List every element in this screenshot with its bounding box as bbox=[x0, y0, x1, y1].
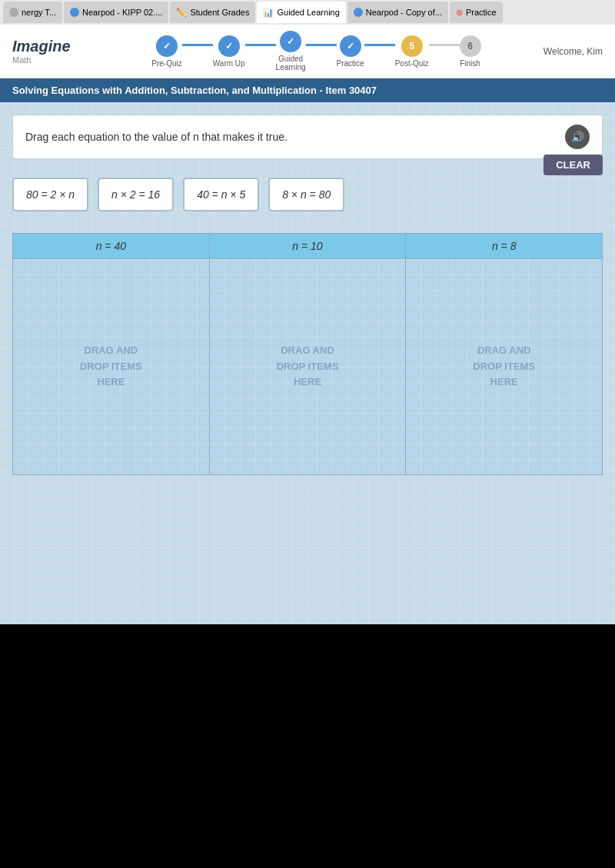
step-label-pre-quiz: Pre-Quiz bbox=[151, 59, 181, 68]
grades-icon: ✏️ bbox=[176, 8, 187, 18]
equation-card-4[interactable]: 8 × n = 80 bbox=[268, 178, 344, 211]
connector-2 bbox=[245, 44, 276, 46]
equation-card-2[interactable]: n × 2 = 16 bbox=[98, 178, 174, 211]
tab-icon-nergy bbox=[9, 8, 18, 17]
step-practice: ✓ Practice bbox=[337, 35, 364, 68]
drop-zone-body-1[interactable]: DRAG ANDDROP ITEMSHERE bbox=[13, 259, 209, 474]
logo-area: Imagine Math bbox=[12, 38, 89, 65]
instruction-box: Drag each equation to the value of n tha… bbox=[12, 115, 603, 159]
guided-learning-icon: 📊 bbox=[263, 8, 274, 18]
step-circle-pre-quiz: ✓ bbox=[156, 35, 178, 57]
app-title: Imagine bbox=[12, 38, 89, 55]
drop-zone-header-3: n = 8 bbox=[406, 234, 602, 259]
app-subtitle: Math bbox=[12, 55, 89, 65]
tab-student-grades[interactable]: ✏️ Student Grades bbox=[170, 2, 255, 23]
step-label-warm-up: Warm Up bbox=[213, 59, 245, 68]
step-label-post-quiz: Post-Quiz bbox=[395, 59, 429, 68]
drop-zone-header-1: n = 40 bbox=[13, 234, 209, 259]
drop-zone-2[interactable]: n = 10 DRAG ANDDROP ITEMSHERE bbox=[210, 233, 406, 475]
tab-icon-nearpod-kipp bbox=[70, 8, 79, 17]
drag-placeholder-3: DRAG ANDDROP ITEMSHERE bbox=[473, 343, 535, 391]
main-content: Drag each equation to the value of n tha… bbox=[0, 102, 615, 624]
step-circle-post-quiz: 5 bbox=[401, 35, 423, 57]
progress-steps: ✓ Pre-Quiz ✓ Warm Up ✓ GuidedLearning ✓ … bbox=[89, 31, 544, 72]
connector-1 bbox=[182, 44, 213, 46]
drag-placeholder-2: DRAG ANDDROP ITEMSHERE bbox=[277, 343, 339, 391]
drop-zone-body-2[interactable]: DRAG ANDDROP ITEMSHERE bbox=[210, 259, 406, 474]
step-circle-finish: 6 bbox=[460, 35, 481, 57]
welcome-message: Welcome, Kim bbox=[544, 46, 603, 57]
drop-zone-body-3[interactable]: DRAG ANDDROP ITEMSHERE bbox=[406, 259, 602, 474]
drop-zone-header-2: n = 10 bbox=[210, 234, 406, 259]
step-circle-warm-up: ✓ bbox=[218, 35, 240, 57]
drop-zones-container: n = 40 DRAG ANDDROP ITEMSHERE n = 10 DRA… bbox=[12, 233, 603, 475]
connector-3 bbox=[306, 44, 337, 46]
drop-zone-1[interactable]: n = 40 DRAG ANDDROP ITEMSHERE bbox=[12, 233, 210, 475]
tab-nergy[interactable]: nergy T... bbox=[3, 2, 62, 23]
black-bottom-area bbox=[0, 624, 615, 868]
connector-5 bbox=[429, 44, 460, 46]
draggable-items-area: 80 = 2 × n n × 2 = 16 40 = n × 5 8 × n =… bbox=[12, 168, 603, 221]
step-label-practice: Practice bbox=[337, 59, 364, 68]
tab-icon-nearpod-copy bbox=[354, 8, 363, 17]
drag-placeholder-1: DRAG ANDDROP ITEMSHERE bbox=[80, 343, 142, 391]
step-label-guided: GuidedLearning bbox=[276, 55, 306, 72]
step-finish: 6 Finish bbox=[460, 35, 481, 68]
step-guided-learning: ✓ GuidedLearning bbox=[276, 31, 306, 72]
tab-nearpod-kipp[interactable]: Nearpod - KIPP 02.... bbox=[64, 2, 168, 23]
audio-button[interactable]: 🔊 bbox=[565, 125, 590, 149]
tab-nearpod-copy[interactable]: Nearpod - Copy of... bbox=[347, 2, 448, 23]
step-pre-quiz: ✓ Pre-Quiz bbox=[151, 35, 181, 68]
activity-title-bar: Solving Equations with Addition, Subtrac… bbox=[0, 78, 615, 102]
step-post-quiz: 5 Post-Quiz bbox=[395, 35, 429, 68]
connector-4 bbox=[364, 44, 395, 46]
tab-guided-learning[interactable]: 📊 Guided Learning bbox=[257, 2, 345, 23]
tab-practice[interactable]: ⊗ Practice bbox=[450, 2, 503, 23]
step-label-finish: Finish bbox=[460, 59, 480, 68]
equation-card-3[interactable]: 40 = n × 5 bbox=[183, 178, 259, 211]
drop-zone-3[interactable]: n = 8 DRAG ANDDROP ITEMSHERE bbox=[405, 233, 603, 475]
instruction-text: Drag each equation to the value of n tha… bbox=[25, 131, 288, 143]
step-circle-practice: ✓ bbox=[340, 35, 361, 57]
browser-tab-bar: nergy T... Nearpod - KIPP 02.... ✏️ Stud… bbox=[0, 0, 615, 25]
clear-button[interactable]: CLEAR bbox=[544, 155, 603, 175]
equation-card-1[interactable]: 80 = 2 × n bbox=[12, 178, 88, 211]
app-container: Imagine Math ✓ Pre-Quiz ✓ Warm Up ✓ Guid… bbox=[0, 25, 615, 624]
practice-icon: ⊗ bbox=[456, 8, 463, 18]
app-header: Imagine Math ✓ Pre-Quiz ✓ Warm Up ✓ Guid… bbox=[0, 25, 615, 78]
activity-title: Solving Equations with Addition, Subtrac… bbox=[12, 85, 377, 96]
speaker-icon: 🔊 bbox=[571, 131, 584, 143]
step-circle-guided: ✓ bbox=[280, 31, 301, 52]
step-warm-up: ✓ Warm Up bbox=[213, 35, 245, 68]
